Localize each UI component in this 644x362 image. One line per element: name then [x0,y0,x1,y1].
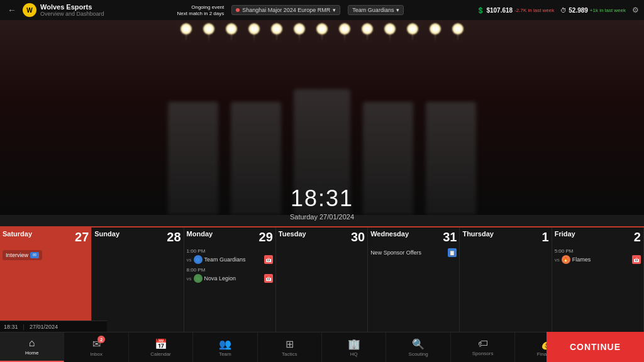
header-right: 💲 $107.618 -2.7K in last week ⏱ 52.989 +… [477,6,639,14]
page-subtitle: Overview and Dashboard [40,11,104,17]
monday-event-1[interactable]: 1:00 PM vs G Team Guardians 📅 [187,248,273,264]
ranking-value: 52.989 [569,7,588,14]
cal-monday-num: 29 [259,230,273,244]
wednesday-event-1-row: New Sponsor Offers 📋 [370,248,457,257]
ranking-delta: +1k in last week [590,8,626,13]
stage-light-10 [384,23,396,35]
vs-label-2: vs [187,276,192,282]
cal-day-tuesday: Tuesday 30 [276,226,368,336]
sponsor-offers-label: New Sponsor Offers [370,250,421,256]
ranking-icon: ⏱ [560,7,567,14]
nav-home-label: Home [25,350,38,356]
interview-event[interactable]: Interview ✉ [3,250,42,260]
cal-day-friday: Friday 2 5:00 PM vs 🔥 Flames 📅 [552,226,644,336]
stage-light-11 [407,23,418,35]
nav-sponsors[interactable]: 🏷 Sponsors [451,332,515,362]
stage-light-7 [316,23,328,35]
status-bar: 18:31 | 27/01/2024 [0,321,107,332]
nav-scouting-label: Scouting [409,351,428,357]
header-center: Ongoing event Next match in 2 days Shang… [109,4,472,16]
cal-day-saturday: Saturday 27 Interview ✉ [0,226,92,336]
clock: 18:31 [0,185,644,212]
nav-team[interactable]: 👥 Team [193,332,257,362]
nav-bar: ⌂ Home 2 ✉ Inbox 📅 Calendar 👥 Team ⊞ Tac… [0,332,644,362]
header-title: Wolves Esports Overview and Dashboard [40,3,104,17]
calendar-icon: 📅 [155,338,167,350]
settings-button[interactable]: ⚙ [632,6,639,14]
stage-light-4 [248,23,260,35]
team-icon: 👥 [219,338,231,350]
monday-event-1-row: vs G Team Guardians 📅 [187,255,273,264]
cal-sunday-num: 28 [167,230,180,244]
wednesday-event-1[interactable]: New Sponsor Offers 📋 [370,248,457,257]
money-icon: 💲 [477,7,484,14]
nav-home[interactable]: ⌂ Home [0,332,64,362]
guardians-icon: G [194,255,203,264]
cal-day-sunday: Sunday 28 [92,226,184,336]
friday-event-1-row: vs 🔥 Flames 📅 [555,255,641,264]
cal-thursday-num: 1 [542,230,549,244]
money-stat: 💲 $107.618 -2.7K in last week [477,7,554,14]
monday-event-2[interactable]: 8:00 PM vs N Nova Legion 📅 [187,267,273,283]
team-selector-label: Team Guardians [352,7,394,13]
cal-monday-name: Monday [187,230,213,238]
monday-opponent-2: Nova Legion [204,275,236,282]
cal-thursday-name: Thursday [462,230,494,238]
vs-label-3: vs [555,257,560,263]
nav-calendar-label: Calendar [150,351,170,357]
nav-tactics[interactable]: ⊞ Tactics [258,332,322,362]
monday-opponent-1: Team Guardians [204,256,246,263]
nova-icon: N [194,274,203,283]
match-icon-1: 📅 [264,255,273,264]
event-name: Shanghai Major 2024 Europe RMR [242,7,330,13]
nav-calendar[interactable]: 📅 Calendar [129,332,193,362]
event-selector[interactable]: Shanghai Major 2024 Europe RMR ▾ [231,5,340,15]
header-left: ← W Wolves Esports Overview and Dashboar… [5,3,104,17]
money-delta: -2.7K in last week [514,8,554,13]
event-dot [236,8,240,12]
stage-light-3 [226,23,237,35]
cal-saturday-header: Saturday 27 [3,230,89,244]
monday-event-2-row: vs N Nova Legion 📅 [187,274,273,283]
cal-friday-header: Friday 2 [555,230,641,244]
match-icon-2: 📅 [264,274,273,283]
stage-light-1 [180,23,192,35]
ongoing-event-label: Ongoing event [191,4,224,10]
cal-friday-num: 2 [634,230,641,244]
flames-icon: 🔥 [562,255,570,264]
monday-event-2-time: 8:00 PM [187,267,273,273]
date: Saturday 27/01/2024 [0,213,644,221]
continue-button[interactable]: CONTINUE [547,332,644,362]
scouting-icon: 🔍 [412,338,425,350]
stage-lights [0,20,644,70]
nav-hq[interactable]: 🏢 HQ [322,332,386,362]
back-button[interactable]: ← [5,4,19,16]
money-value: $107.618 [486,7,513,14]
cal-monday-header: Monday 29 [187,230,273,244]
cal-friday-name: Friday [555,230,575,238]
nav-inbox[interactable]: 2 ✉ Inbox [64,332,128,362]
stage-light-2 [203,23,214,35]
match-icon-3: 📅 [632,255,641,264]
friday-event-1[interactable]: 5:00 PM vs 🔥 Flames 📅 [555,248,641,264]
header-bar: ← W Wolves Esports Overview and Dashboar… [0,0,644,20]
status-time: 18:31 [4,324,18,330]
monday-event-1-time: 1:00 PM [187,248,273,254]
time-display: 18:31 Saturday 27/01/2024 [0,185,644,221]
event-chevron: ▾ [333,7,336,13]
stage-light-13 [452,23,464,35]
nav-inbox-label: Inbox [90,351,103,357]
stage-light-12 [430,23,441,35]
cal-wednesday-header: Wednesday 31 [370,230,457,244]
team-chevron: ▾ [396,7,399,13]
cal-wednesday-num: 31 [443,230,457,244]
nav-scouting[interactable]: 🔍 Scouting [386,332,450,362]
cal-sunday-header: Sunday 28 [94,230,180,244]
friday-opponent-1: Flames [572,256,591,263]
nav-tactics-label: Tactics [282,351,297,357]
cal-tuesday-name: Tuesday [279,230,306,238]
team-selector[interactable]: Team Guardians ▾ [348,5,404,15]
status-divider: | [23,324,25,330]
nav-sponsors-label: Sponsors [472,351,494,356]
sponsor-icon: 📋 [448,248,457,257]
